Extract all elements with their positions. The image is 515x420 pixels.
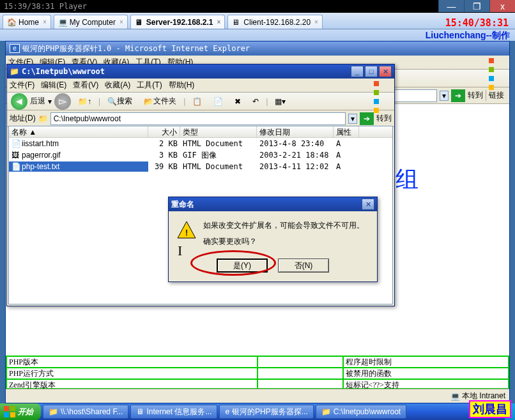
tab-mycomputer[interactable]: 💻 My Computer × bbox=[54, 15, 128, 29]
delete-icon[interactable]: ✖ bbox=[230, 95, 245, 108]
tab-close-icon[interactable]: × bbox=[119, 19, 123, 26]
up-button[interactable]: 📁↑ bbox=[73, 95, 96, 108]
computer-icon: 💻 bbox=[58, 18, 67, 27]
rename-dialog: 重命名 ✕ ! 如果改变文件扩展名，可能会导致文件不可用。 确实要更改吗？ 是(… bbox=[168, 197, 378, 282]
folders-button[interactable]: 📂 文件夹 bbox=[139, 94, 181, 109]
cell bbox=[258, 379, 343, 389]
col-size[interactable]: 大小 bbox=[148, 126, 180, 137]
computer-icon: 💻 bbox=[450, 392, 460, 401]
tab-close-icon[interactable]: × bbox=[217, 19, 221, 26]
dropdown-icon[interactable]: ▾ bbox=[440, 91, 449, 101]
back-label[interactable]: 后退 bbox=[30, 96, 45, 107]
ie-doc-icon: 📄 bbox=[12, 139, 20, 148]
image-icon: 🖼 bbox=[12, 151, 20, 160]
file-name: iisstart.htm bbox=[22, 139, 59, 148]
taskbar-item[interactable]: e银河的PHP服务器探... bbox=[219, 405, 313, 419]
col-date[interactable]: 修改日期 bbox=[257, 126, 334, 137]
chevron-down-icon[interactable]: ▾ bbox=[48, 97, 52, 106]
file-row[interactable]: 🖼pagerror.gif 3 KB GIF 图像 2003-2-21 18:4… bbox=[9, 149, 392, 161]
folder-icon: 📁 bbox=[321, 407, 331, 416]
col-type[interactable]: 类型 bbox=[180, 126, 257, 137]
windows-flag-icon bbox=[374, 79, 387, 91]
ie-doc-icon: 📄 bbox=[12, 162, 20, 171]
tab-label: My Computer bbox=[70, 18, 116, 27]
folder-icon: 📁 bbox=[38, 114, 48, 123]
taskbar-item[interactable]: 🖥Internet 信息服务... bbox=[130, 405, 217, 419]
menu-file[interactable]: 文件(F) bbox=[10, 80, 35, 91]
text-cursor-icon: I bbox=[178, 243, 182, 259]
menu-edit[interactable]: 编辑(E) bbox=[41, 80, 66, 91]
svg-rect-3 bbox=[10, 406, 15, 411]
explorer-address-input[interactable] bbox=[50, 112, 346, 125]
task-label: C:\Inetpub\wwwroot bbox=[334, 407, 401, 416]
move-to-icon[interactable]: 📋 bbox=[188, 95, 206, 108]
file-row[interactable]: 📄iisstart.htm 2 KB HTML Document 2013-4-… bbox=[9, 138, 392, 149]
file-date: 2013-4-8 23:40 bbox=[257, 139, 334, 149]
cell: 被禁用的函数 bbox=[343, 368, 509, 379]
tab-label: Server-192.168.2.1 bbox=[146, 18, 213, 27]
file-type: GIF 图像 bbox=[180, 149, 257, 161]
menu-tools[interactable]: 工具(T) bbox=[137, 80, 162, 91]
cell bbox=[258, 368, 343, 379]
iis-icon: 🖥 bbox=[136, 407, 144, 416]
taskbar-item[interactable]: 📁\\.\host\Shared F... bbox=[43, 405, 128, 419]
menu-view[interactable]: 查看(V) bbox=[73, 80, 98, 91]
copy-to-icon[interactable]: 📄 bbox=[209, 95, 227, 108]
col-attr[interactable]: 属性 bbox=[334, 126, 359, 137]
go-button[interactable]: ➔ bbox=[360, 112, 374, 125]
maximize-button[interactable]: □ bbox=[365, 66, 378, 77]
explorer-menubar: 文件(F) 编辑(E) 查看(V) 收藏(A) 工具(T) 帮助(H) bbox=[7, 79, 394, 93]
client-icon: 🖥 bbox=[232, 18, 241, 27]
player-timestamp: 15:39/38:31 Player bbox=[4, 2, 87, 11]
taskbar: 开始 📁\\.\host\Shared F... 🖥Internet 信息服务.… bbox=[0, 403, 515, 420]
go-label[interactable]: 转到 bbox=[468, 90, 483, 101]
task-label: Internet 信息服务... bbox=[146, 407, 211, 417]
tab-close-icon[interactable]: × bbox=[43, 19, 47, 26]
back-button[interactable]: ◄ bbox=[11, 93, 27, 110]
views-icon[interactable]: ▦▾ bbox=[270, 95, 290, 108]
explorer-titlebar[interactable]: 📁 C:\Inetpub\wwwroot _ □ ✕ bbox=[7, 64, 394, 79]
column-headers: 名称 ▲ 大小 类型 修改日期 属性 bbox=[9, 126, 392, 138]
close-button[interactable]: ✕ bbox=[362, 199, 374, 210]
ie-icon: e bbox=[225, 407, 229, 416]
file-row[interactable]: 📄php-test.txt 39 KB HTML Document 2013-4… bbox=[9, 161, 392, 172]
folders-label: 文件夹 bbox=[153, 96, 176, 107]
home-icon: 🏠 bbox=[7, 18, 16, 27]
minimize-button[interactable]: _ bbox=[351, 66, 364, 77]
forward-button: ▻ bbox=[54, 93, 71, 110]
cell: 短标记<??>支持 bbox=[343, 379, 509, 389]
maximize-button[interactable]: ❐ bbox=[464, 0, 489, 12]
dropdown-icon[interactable]: ▾ bbox=[348, 114, 357, 124]
file-date: 2003-2-21 18:48 bbox=[257, 150, 334, 160]
start-label: 开始 bbox=[18, 407, 33, 417]
tab-client[interactable]: 🖥 Client-192.168.2.20 × bbox=[227, 15, 323, 29]
menu-help[interactable]: 帮助(H) bbox=[169, 80, 195, 91]
ie-icon: e bbox=[10, 44, 20, 53]
folder-icon: 📁 bbox=[49, 407, 58, 416]
cell bbox=[258, 356, 343, 368]
file-type: HTML Document bbox=[180, 161, 257, 172]
search-button[interactable]: 🔍 搜索 bbox=[103, 94, 137, 109]
tab-home[interactable]: 🏠 Home × bbox=[3, 15, 51, 29]
no-button[interactable]: 否(N) bbox=[278, 259, 329, 273]
cell: 程序超时限制 bbox=[343, 356, 509, 368]
clock-overlay: 15:40/38:31 bbox=[445, 17, 509, 29]
start-button[interactable]: 开始 bbox=[0, 403, 41, 420]
yes-button[interactable]: 是(Y) bbox=[217, 259, 268, 273]
col-name[interactable]: 名称 ▲ bbox=[9, 126, 148, 137]
close-button[interactable]: ✕ bbox=[379, 66, 392, 77]
minimize-button[interactable]: — bbox=[438, 0, 464, 12]
undo-icon[interactable]: ↶ bbox=[248, 95, 263, 108]
dialog-text: 如果改变文件扩展名，可能会导致文件不可用。 确实要更改吗？ bbox=[203, 220, 364, 247]
dialog-titlebar[interactable]: 重命名 ✕ bbox=[169, 197, 377, 211]
file-attr: A bbox=[334, 161, 359, 172]
tab-close-icon[interactable]: × bbox=[314, 19, 318, 26]
tab-server[interactable]: 🖥 Server-192.168.2.1 × bbox=[130, 15, 226, 29]
close-button[interactable]: x bbox=[489, 0, 515, 12]
go-button[interactable]: ➔ bbox=[451, 89, 465, 102]
menu-fav[interactable]: 收藏(A) bbox=[105, 80, 130, 91]
address-label: 地址(D) bbox=[10, 113, 36, 124]
folder-icon: 📁 bbox=[10, 67, 19, 76]
taskbar-item[interactable]: 📁C:\Inetpub\wwwroot bbox=[316, 405, 406, 419]
cell: PHP运行方式 bbox=[6, 368, 258, 379]
